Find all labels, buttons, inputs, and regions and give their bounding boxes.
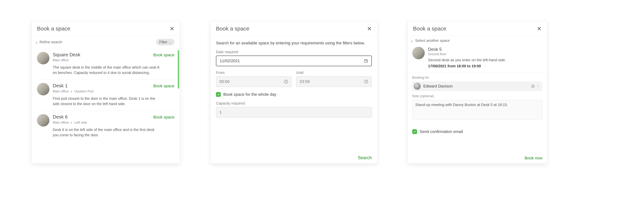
panel-results: Book a space Refine search Filter Square… [31, 21, 180, 164]
booking-when: 17/06/2021 from 18:00 to 19:00 [428, 64, 506, 68]
until-time-input[interactable]: 23:59 [296, 76, 372, 87]
space-name: Desk 6 [53, 114, 68, 120]
space-description: The square desk in the middle of the mai… [53, 65, 160, 75]
space-location: Ground floor [428, 52, 506, 56]
chevron-left-icon [411, 39, 413, 42]
breadcrumb-separator-icon: ▸ [71, 121, 72, 124]
clock-icon [364, 79, 368, 84]
note-label: Note (optional) [408, 91, 547, 100]
from-value: 00:00 [220, 79, 230, 84]
result-item: Desk 1 Book space Main office ▸ Upstairs… [36, 79, 176, 110]
from-time-input[interactable]: 00:00 [216, 76, 292, 87]
panel-title: Book a space [37, 25, 70, 32]
close-icon[interactable] [537, 26, 542, 31]
space-description: Second desk as you enter on the left-han… [428, 58, 506, 62]
person-name: Edward Davison [423, 84, 453, 89]
calendar-icon[interactable] [364, 59, 368, 63]
booking-for-select[interactable]: Edward Davison [412, 82, 542, 91]
search-hint: Search for an available space by enterin… [216, 41, 372, 45]
space-path: Main office ▸ Left side [53, 120, 174, 124]
panel-header: Book a space [210, 21, 377, 36]
search-button[interactable]: Search [358, 155, 372, 160]
space-path: Main office ▸ Upstairs Pod [53, 89, 174, 93]
booking-for-label: Booking for [408, 73, 547, 82]
select-another-space-label: Select another space [415, 38, 450, 43]
date-required-label: Date required [216, 50, 372, 54]
space-name: Desk 5 [428, 47, 506, 52]
caret-down-icon[interactable] [537, 85, 540, 88]
chevron-left-icon [36, 41, 38, 43]
from-label: From [216, 71, 292, 75]
panel-header: Book a space [408, 21, 547, 36]
filter-label: Filter [159, 40, 168, 44]
clear-selection-icon[interactable] [531, 84, 535, 88]
confirmation-email-checkbox[interactable] [412, 129, 417, 134]
panel-header: Book a space [32, 21, 180, 36]
space-description: First pod closest to the door in the mai… [53, 96, 160, 106]
panel-title: Book a space [216, 25, 250, 32]
refine-search-link[interactable]: Refine search [36, 40, 62, 44]
note-textarea[interactable] [412, 100, 542, 120]
svg-rect-1 [366, 61, 367, 62]
space-path-part: Upstairs Pod [74, 90, 93, 93]
clock-icon [284, 79, 288, 84]
confirmation-email-label: Send confirmation email [420, 129, 463, 134]
capacity-value: 1 [220, 110, 222, 115]
caret-down-icon [169, 41, 171, 43]
avatar [414, 83, 421, 90]
space-path: Main office [53, 58, 174, 62]
filter-button[interactable]: Filter [156, 39, 174, 45]
space-description: Desk 6 is on the left side of the main o… [53, 127, 160, 138]
select-another-space-link[interactable]: Select another space [408, 36, 547, 43]
whole-day-label: Book space for the whole day [223, 92, 276, 97]
space-name: Desk 1 [53, 83, 68, 89]
panel-title: Book a space [413, 25, 446, 32]
result-item: Desk 6 Book space Main office ▸ Left sid… [36, 110, 176, 142]
selected-space: Desk 5 Ground floor Second desk as you e… [408, 43, 547, 73]
refine-search-label: Refine search [40, 40, 62, 44]
close-icon[interactable] [367, 26, 372, 31]
until-value: 23:59 [300, 79, 310, 84]
space-path-part: Main office [53, 90, 69, 93]
whole-day-checkbox[interactable] [216, 92, 221, 97]
panel-confirm: Book a space Select another space Desk 5… [407, 21, 547, 164]
space-thumbnail [37, 52, 50, 64]
book-space-link[interactable]: Book space [153, 53, 174, 57]
date-value: 11/02/2021 [220, 59, 240, 63]
scrollbar-thumb[interactable] [178, 50, 179, 89]
space-path-part: Main office [53, 58, 69, 62]
panel-search: Book a space Search for an available spa… [210, 21, 378, 164]
results-list: Square Desk Book space Main office The s… [32, 49, 180, 164]
close-icon[interactable] [170, 26, 174, 31]
breadcrumb-separator-icon: ▸ [71, 90, 72, 93]
space-path-part: Left side [74, 121, 87, 124]
capacity-input[interactable]: 1 [216, 107, 372, 117]
space-name: Square Desk [53, 52, 80, 58]
book-now-button[interactable]: Book now [524, 156, 542, 161]
until-label: Until [296, 71, 372, 75]
capacity-label: Capacity required [216, 101, 372, 105]
book-space-link[interactable]: Book space [153, 115, 174, 120]
space-thumbnail [37, 114, 50, 126]
date-required-input[interactable]: 11/02/2021 [216, 56, 372, 66]
svg-rect-0 [364, 60, 368, 63]
space-thumbnail [412, 47, 425, 59]
space-path-part: Main office [53, 121, 69, 124]
book-space-link[interactable]: Book space [153, 84, 174, 88]
space-thumbnail [37, 83, 50, 95]
result-item: Square Desk Book space Main office The s… [36, 49, 176, 79]
results-toolbar: Refine search Filter [32, 36, 180, 49]
